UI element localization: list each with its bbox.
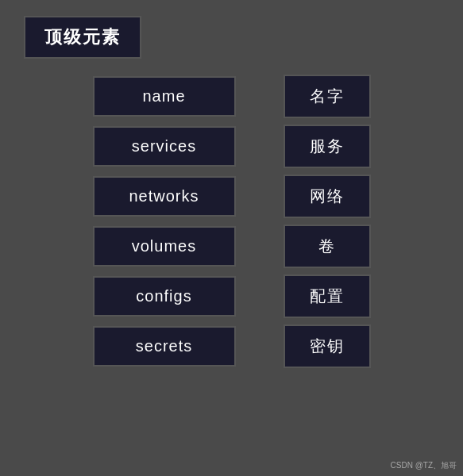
item-en-configs: configs: [93, 276, 236, 317]
table-row: services服务: [24, 125, 439, 168]
table-row: secrets密钥: [24, 324, 439, 368]
page-title: 顶级元素: [24, 16, 141, 59]
item-cn-configs: 配置: [284, 274, 371, 318]
table-row: volumes卷: [24, 225, 439, 268]
item-cn-name: 名字: [284, 75, 371, 118]
item-cn-networks: 网络: [284, 175, 371, 218]
item-en-volumes: volumes: [93, 226, 236, 267]
item-cn-secrets: 密钥: [284, 324, 371, 368]
grid-section: name名字services服务networks网络volumes卷config…: [0, 67, 463, 376]
item-en-secrets: secrets: [93, 326, 236, 367]
table-row: networks网络: [24, 175, 439, 218]
item-en-name: name: [93, 76, 236, 117]
item-cn-volumes: 卷: [284, 225, 371, 268]
item-en-networks: networks: [93, 176, 236, 217]
table-row: name名字: [24, 75, 439, 118]
table-row: configs配置: [24, 274, 439, 318]
item-en-services: services: [93, 126, 236, 167]
watermark: CSDN @TZ、旭哥: [391, 460, 457, 471]
item-cn-services: 服务: [284, 125, 371, 168]
header-section: 顶级元素: [0, 0, 463, 67]
